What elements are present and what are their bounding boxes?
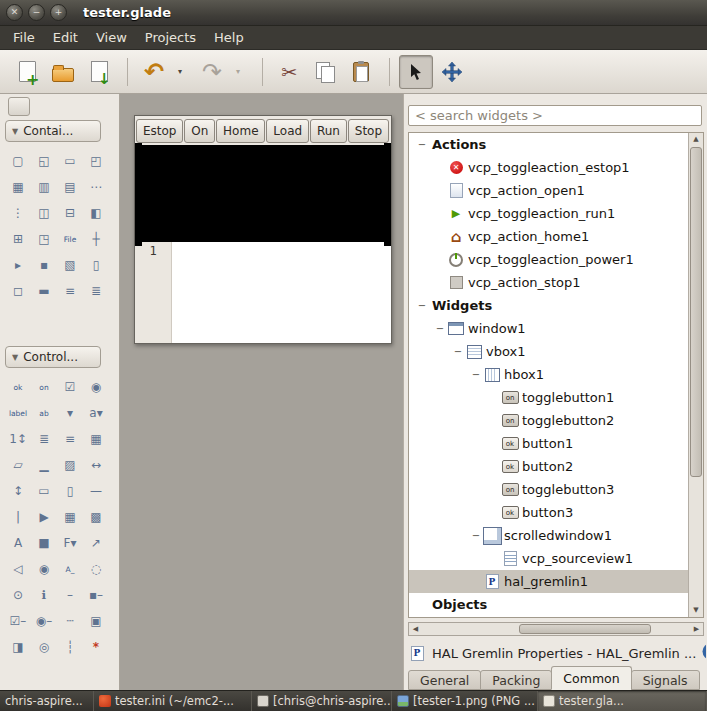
tree-vertical-scrollbar[interactable]: [688, 133, 703, 617]
combo-box-entry-icon[interactable]: a▾: [83, 400, 109, 426]
open-button[interactable]: [46, 55, 80, 89]
calendar-icon[interactable]: ▦: [57, 504, 83, 530]
tool-button-icon[interactable]: ▣: [83, 608, 109, 634]
button-icon[interactable]: ok: [5, 374, 31, 400]
expander-icon[interactable]: [415, 300, 429, 311]
design-run-button[interactable]: Run: [310, 119, 347, 143]
info-bar-icon[interactable]: ℹ: [31, 582, 57, 608]
scale-button-icon[interactable]: ◉: [31, 556, 57, 582]
redo-dropdown-icon[interactable]: [231, 55, 245, 89]
horizontal-scrollbar-thumb[interactable]: [519, 624, 651, 634]
vpaned-icon[interactable]: ⊟: [57, 200, 83, 226]
hscrollbar-icon[interactable]: ▭: [31, 478, 57, 504]
design-load-button[interactable]: Load: [266, 119, 309, 143]
dialog-icon[interactable]: ◱: [31, 148, 57, 174]
tab-signals[interactable]: Signals: [631, 670, 700, 690]
palette-selector-button[interactable]: [8, 97, 30, 116]
maximize-icon[interactable]: [50, 4, 67, 21]
drag-resize-button[interactable]: [435, 55, 469, 89]
toggle-tool-button-icon[interactable]: ◨: [5, 634, 31, 660]
tree-row-widgets[interactable]: Widgets: [409, 294, 688, 317]
sourceview-text-area[interactable]: [172, 242, 391, 343]
menu-view[interactable]: View: [87, 27, 136, 48]
design-window[interactable]: Estop On Home Load Run Stop 1: [134, 115, 392, 344]
design-home-button[interactable]: Home: [216, 119, 265, 143]
label-icon[interactable]: label: [5, 400, 31, 426]
arrow-icon[interactable]: ▶: [31, 504, 57, 530]
tree-row-power[interactable]: vcp_toggleaction_power1: [409, 248, 688, 271]
tree-row-stop[interactable]: vcp_action_stop1: [409, 271, 688, 294]
fixed-icon[interactable]: ▪: [31, 252, 57, 278]
expander-icon[interactable]: [433, 323, 447, 334]
spinner-icon[interactable]: ◌: [83, 556, 109, 582]
scroll-right-icon[interactable]: [690, 623, 703, 635]
check-button-icon[interactable]: ☑: [57, 374, 83, 400]
scroll-down-icon[interactable]: [689, 604, 703, 617]
tab-packing[interactable]: Packing: [480, 670, 552, 690]
window-icon[interactable]: ▢: [5, 148, 31, 174]
selection-handle[interactable]: [135, 239, 142, 246]
design-on-button[interactable]: On: [184, 119, 215, 143]
volume-button-icon[interactable]: ◁: [5, 556, 31, 582]
accessibility-icon[interactable]: [702, 643, 706, 663]
tree-row-run[interactable]: vcp_toggleaction_run1: [409, 202, 688, 225]
image-icon[interactable]: ▨: [57, 452, 83, 478]
taskbar-item-image-viewer[interactable]: [tester-1.png (PNG ...: [392, 691, 538, 711]
drawing-area-icon[interactable]: ▩: [83, 504, 109, 530]
tree-view-icon[interactable]: ≡: [57, 426, 83, 452]
text-view-icon[interactable]: ≣: [31, 426, 57, 452]
vscale-icon[interactable]: ↕: [5, 478, 31, 504]
close-icon[interactable]: [6, 4, 23, 21]
toolbar-icon[interactable]: ▬: [31, 278, 57, 304]
tree-horizontal-scrollbar[interactable]: [408, 622, 704, 636]
menu-help[interactable]: Help: [205, 27, 253, 48]
radio-menu-item-icon[interactable]: ◉–: [31, 608, 57, 634]
tree-row-scrolledwindow1[interactable]: scrolledwindow1: [409, 524, 688, 547]
selection-handle[interactable]: [135, 143, 142, 150]
menu-item-icon[interactable]: –: [57, 582, 83, 608]
layout-icon[interactable]: ▧: [57, 252, 83, 278]
switch-icon[interactable]: ⊙: [5, 582, 31, 608]
image-menu-item-icon[interactable]: ▪–: [83, 582, 109, 608]
taskbar-item-glade[interactable]: tester.gla...: [538, 691, 707, 711]
scrolled-window-icon[interactable]: ◳: [31, 226, 57, 252]
hal-gremlin-widget[interactable]: [135, 145, 391, 242]
aspect-frame-icon[interactable]: ◰: [83, 148, 109, 174]
tree-row-togglebutton1[interactable]: togglebutton1: [409, 386, 688, 409]
tab-general[interactable]: General: [408, 670, 481, 690]
hbox-icon[interactable]: ▥: [31, 174, 57, 200]
entry-icon[interactable]: ab: [31, 400, 57, 426]
tree-row-button3[interactable]: button3: [409, 501, 688, 524]
tree-row-estop[interactable]: vcp_toggleaction_estop1: [409, 156, 688, 179]
table-icon[interactable]: ▦: [5, 174, 31, 200]
custom-widget-icon[interactable]: *: [83, 634, 109, 660]
cut-button[interactable]: [272, 55, 306, 89]
event-box-icon[interactable]: ◻: [5, 278, 31, 304]
tree-row-home[interactable]: vcp_action_home1: [409, 225, 688, 248]
link-button-icon[interactable]: ↗: [83, 530, 109, 556]
spin-button-icon[interactable]: 1↕: [5, 426, 31, 452]
design-stop-button[interactable]: Stop: [348, 119, 389, 143]
menu-edit[interactable]: Edit: [44, 27, 87, 48]
expander-icon[interactable]: [415, 139, 429, 150]
tree-row-window1[interactable]: window1: [409, 317, 688, 340]
palette-section-containers[interactable]: Contai...: [5, 120, 101, 142]
tree-row-togglebutton3[interactable]: togglebutton3: [409, 478, 688, 501]
menu-file[interactable]: File: [4, 27, 44, 48]
accel-label-icon[interactable]: A_: [57, 556, 83, 582]
file-chooser-widget-icon[interactable]: File: [57, 226, 83, 252]
tree-row-button2[interactable]: button2: [409, 455, 688, 478]
menu-bar-icon[interactable]: ≡: [57, 278, 83, 304]
undo-dropdown-icon[interactable]: [173, 55, 187, 89]
tree-row-actions[interactable]: Actions: [409, 133, 688, 156]
viewport-icon[interactable]: ⊞: [5, 226, 31, 252]
tree-row-objects[interactable]: Objects: [409, 593, 688, 616]
icon-view-icon[interactable]: ▦: [83, 426, 109, 452]
selection-handle[interactable]: [384, 143, 391, 150]
redo-button[interactable]: [195, 55, 229, 89]
sourceview-widget[interactable]: 1: [135, 242, 391, 343]
design-estop-button[interactable]: Estop: [136, 119, 183, 143]
vbox-icon[interactable]: ▤: [57, 174, 83, 200]
handle-box-icon[interactable]: ▯: [83, 252, 109, 278]
expander-icon[interactable]: [469, 369, 483, 380]
